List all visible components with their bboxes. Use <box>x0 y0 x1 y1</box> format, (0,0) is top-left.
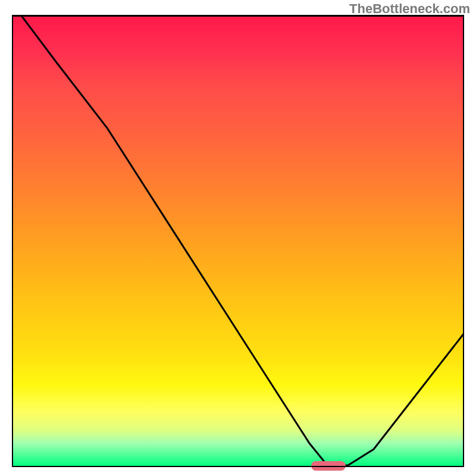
optimal-marker <box>311 461 346 471</box>
chart-background-gradient <box>13 16 463 466</box>
chart-container <box>12 15 464 467</box>
attribution-text: TheBottleneck.com <box>349 1 470 17</box>
